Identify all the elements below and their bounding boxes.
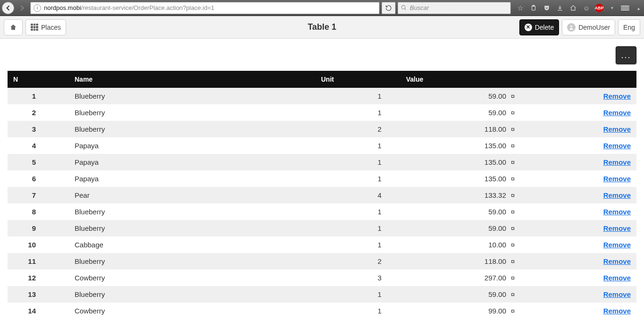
cell-action: Remove <box>542 170 636 187</box>
cell-action: Remove <box>542 286 636 303</box>
hamburger-menu-icon[interactable] <box>620 3 630 13</box>
cell-action: Remove <box>542 203 636 220</box>
cell-action: Remove <box>542 303 636 319</box>
col-header-unit: Unit <box>315 71 400 88</box>
places-button[interactable]: Places <box>25 19 66 35</box>
browser-search-input[interactable]: Buscar <box>398 2 511 14</box>
remove-link[interactable]: Remove <box>603 142 631 150</box>
cell-currency: ¤ <box>509 236 542 253</box>
cell-currency: ¤ <box>509 170 542 187</box>
cell-n: 1 <box>8 88 69 104</box>
language-label: Eng <box>623 24 635 31</box>
home-icon[interactable] <box>568 3 578 13</box>
content-area: ... N Name Unit Value 1Blueberry159.00¤R… <box>0 39 644 327</box>
cell-name: Cowberry <box>69 303 315 319</box>
bookmark-star-icon[interactable]: ☆ <box>516 3 525 13</box>
cell-action: Remove <box>542 236 636 253</box>
table-row: 2Blueberry159.00¤Remove <box>8 104 636 121</box>
site-info-icon[interactable]: i <box>34 4 41 12</box>
cell-name: Cabbage <box>69 236 315 253</box>
table-row: 10Cabbage110.00¤Remove <box>8 236 636 253</box>
remove-link[interactable]: Remove <box>603 109 631 117</box>
delete-label: Delete <box>535 24 554 31</box>
cell-action: Remove <box>542 137 636 154</box>
order-table: N Name Unit Value 1Blueberry159.00¤Remov… <box>8 71 636 319</box>
table-row: 14Cowberry199.00¤Remove <box>8 303 636 319</box>
cell-name: Blueberry <box>69 104 315 121</box>
cell-currency: ¤ <box>509 203 542 220</box>
cell-name: Papaya <box>69 170 315 187</box>
address-bar[interactable]: i nordpos.mobi/restaurant-service/OrderP… <box>30 2 380 14</box>
col-header-name: Name <box>69 71 315 88</box>
cell-value: 118.00 <box>400 121 509 137</box>
cell-value: 59.00 <box>400 104 509 121</box>
cell-n: 8 <box>8 203 69 220</box>
remove-link[interactable]: Remove <box>603 92 631 100</box>
scrollbar-up-icon[interactable]: ▴ <box>635 5 642 11</box>
cell-unit: 2 <box>315 121 400 137</box>
back-button[interactable] <box>2 2 14 14</box>
cell-currency: ¤ <box>509 88 542 104</box>
url-text: nordpos.mobi/restaurant-service/OrderPla… <box>44 4 376 11</box>
grid-icon <box>31 24 38 31</box>
svg-point-0 <box>402 6 406 9</box>
table-row: 12Cowberry3297.00¤Remove <box>8 270 636 286</box>
remove-link[interactable]: Remove <box>603 175 631 183</box>
remove-link[interactable]: Remove <box>603 241 631 249</box>
remove-link[interactable]: Remove <box>603 257 631 265</box>
cell-n: 13 <box>8 286 69 303</box>
cell-n: 5 <box>8 154 69 170</box>
cell-name: Blueberry <box>69 88 315 104</box>
cell-unit: 2 <box>315 253 400 270</box>
table-row: 4Papaya1135.00¤Remove <box>8 137 636 154</box>
browser-toolbar-icons: ☆ ☺ ABP ▾ <box>513 3 633 13</box>
forward-button[interactable] <box>16 2 28 14</box>
cell-name: Pear <box>69 187 315 203</box>
adblock-icon[interactable]: ABP <box>595 4 603 12</box>
remove-link[interactable]: Remove <box>603 208 631 216</box>
places-label: Places <box>41 24 61 31</box>
table-row: 5Papaya1135.00¤Remove <box>8 154 636 170</box>
remove-link[interactable]: Remove <box>603 290 631 298</box>
cell-name: Blueberry <box>69 286 315 303</box>
cell-value: 297.00 <box>400 270 509 286</box>
user-button[interactable]: DemoUser <box>562 19 615 35</box>
dropdown-chevron-icon[interactable]: ▾ <box>607 3 617 13</box>
cell-name: Blueberry <box>69 203 315 220</box>
table-row: 13Blueberry159.00¤Remove <box>8 286 636 303</box>
pocket-icon[interactable] <box>542 3 551 13</box>
cell-currency: ¤ <box>509 137 542 154</box>
cell-action: Remove <box>542 270 636 286</box>
remove-link[interactable]: Remove <box>603 125 631 133</box>
remove-link[interactable]: Remove <box>603 224 631 232</box>
cell-value: 99.00 <box>400 303 509 319</box>
cell-action: Remove <box>542 104 636 121</box>
table-row: 1Blueberry159.00¤Remove <box>8 88 636 104</box>
cell-unit: 1 <box>315 286 400 303</box>
remove-link[interactable]: Remove <box>603 274 631 282</box>
browser-chrome: i nordpos.mobi/restaurant-service/OrderP… <box>0 0 644 16</box>
table-row: 6Papaya1135.00¤Remove <box>8 170 636 187</box>
cell-name: Cowberry <box>69 270 315 286</box>
remove-link[interactable]: Remove <box>603 158 631 166</box>
clipboard-icon[interactable] <box>529 3 538 13</box>
more-actions-button[interactable]: ... <box>616 46 636 64</box>
reload-button[interactable] <box>381 2 396 14</box>
delete-button[interactable]: ✕ Delete <box>519 19 559 35</box>
cell-unit: 1 <box>315 88 400 104</box>
cell-currency: ¤ <box>509 253 542 270</box>
language-button[interactable]: Eng <box>618 19 640 35</box>
face-icon[interactable]: ☺ <box>582 3 591 13</box>
cell-value: 59.00 <box>400 286 509 303</box>
cell-value: 59.00 <box>400 220 509 236</box>
remove-link[interactable]: Remove <box>603 307 631 315</box>
svg-line-1 <box>405 8 406 10</box>
home-button[interactable] <box>4 19 23 35</box>
downloads-icon[interactable] <box>555 3 565 13</box>
table-row: 7Pear4133.32¤Remove <box>8 187 636 203</box>
cell-name: Papaya <box>69 137 315 154</box>
remove-link[interactable]: Remove <box>603 191 631 199</box>
table-row: 9Blueberry159.00¤Remove <box>8 220 636 236</box>
cell-value: 59.00 <box>400 203 509 220</box>
user-label: DemoUser <box>578 24 610 31</box>
